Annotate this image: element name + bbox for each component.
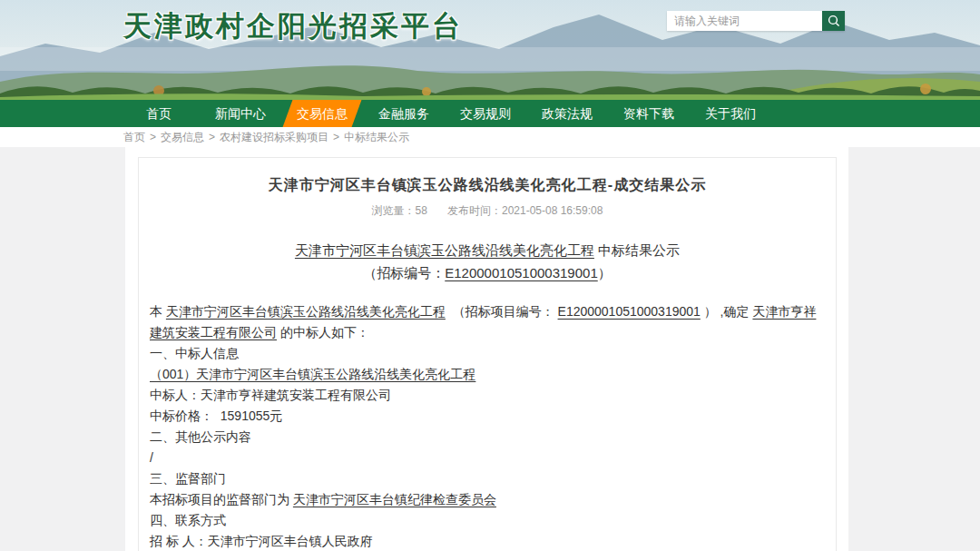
content-panel: 天津市宁河区丰台镇滨玉公路线沿线美化亮化工程-成交结果公示 浏览量：58发布时间… <box>125 147 848 551</box>
breadcrumb-bid-results[interactable]: 中标结果公示 <box>344 130 409 145</box>
article-meta: 浏览量：58发布时间：2021-05-08 16:59:08 <box>150 203 825 219</box>
nav-item-policies[interactable]: 政策法规 <box>526 100 608 127</box>
supervisor-line: 本招标项目的监督部门为 天津市宁河区丰台镇纪律检查委员会 <box>150 489 825 510</box>
winner-line: 中标人：天津市亨祥建筑安装工程有限公司 <box>150 385 825 406</box>
nav-item-finance[interactable]: 金融服务 <box>363 100 445 127</box>
intro-paragraph: 本 天津市宁河区丰台镇滨玉公路线沿线美化亮化工程 （招标项目编号： E12000… <box>150 301 825 343</box>
page-title: 天津市宁河区丰台镇滨玉公路线沿线美化亮化工程-成交结果公示 <box>150 176 825 195</box>
section1-heading: 一、中标人信息 <box>150 343 825 364</box>
breadcrumb-trade-info[interactable]: 交易信息 <box>161 130 204 145</box>
breadcrumb: 首页 > 交易信息 > 农村建设招标采购项目 > 中标结果公示 <box>0 127 980 147</box>
section2-content: / <box>150 448 825 468</box>
banner: 天津政村企阳光招采平台 <box>0 0 980 100</box>
tenderer-line: 招 标 人：天津市宁河区丰台镇人民政府 <box>150 531 825 551</box>
breadcrumb-home[interactable]: 首页 <box>123 130 145 145</box>
section2-heading: 二、其他公示内容 <box>150 427 825 448</box>
views-label: 浏览量： <box>372 204 416 217</box>
price-line: 中标价格： 1591055元 <box>150 406 825 427</box>
search-icon <box>827 14 841 28</box>
search-bar <box>667 11 845 31</box>
article-body: 本 天津市宁河区丰台镇滨玉公路线沿线美化亮化工程 （招标项目编号： E12000… <box>150 301 825 551</box>
announcement-subtitle: 天津市宁河区丰台镇滨玉公路线沿线美化亮化工程 中标结果公示 <box>150 242 825 260</box>
breadcrumb-rural-projects[interactable]: 农村建设招标采购项目 <box>220 130 328 145</box>
nav-item-trade-info-active[interactable]: 交易信息 <box>283 100 362 127</box>
site-title: 天津政村企阳光招采平台 <box>123 7 463 45</box>
publish-time-label: 发布时间： <box>447 204 502 217</box>
search-button[interactable] <box>822 11 845 31</box>
search-input[interactable] <box>667 11 822 31</box>
nav-item-trade-rules[interactable]: 交易规则 <box>445 100 526 127</box>
views-count: 58 <box>416 204 427 217</box>
nav-item-downloads[interactable]: 资料下载 <box>608 100 690 127</box>
project-name: 天津市宁河区丰台镇滨玉公路线沿线美化亮化工程 <box>166 304 446 319</box>
supervisor-name: 天津市宁河区丰台镇纪律检查委员会 <box>293 492 496 507</box>
nav-item-home[interactable]: 首页 <box>118 100 200 127</box>
publish-time: 2021-05-08 16:59:08 <box>502 204 603 217</box>
nav-item-news[interactable]: 新闻中心 <box>200 100 281 127</box>
breadcrumb-separator: > <box>150 131 156 143</box>
breadcrumb-separator: > <box>333 131 339 143</box>
section4-heading: 四、联系方式 <box>150 510 825 531</box>
nav-item-about[interactable]: 关于我们 <box>690 100 771 127</box>
bid-number-line: （招标编号：E1200001051000319001） <box>150 265 825 282</box>
bid-number: E1200001051000319001 <box>445 265 598 280</box>
lot-line: （001）天津市宁河区丰台镇滨玉公路线沿线美化亮化工程 <box>150 364 825 385</box>
main-area: 天津市宁河区丰台镇滨玉公路线沿线美化亮化工程-成交结果公示 浏览量：58发布时间… <box>0 147 980 551</box>
breadcrumb-separator: > <box>209 131 215 143</box>
article-box: 天津市宁河区丰台镇滨玉公路线沿线美化亮化工程-成交结果公示 浏览量：58发布时间… <box>138 157 837 551</box>
main-nav: 首页 新闻中心 交易信息 金融服务 交易规则 政策法规 资料下载 关于我们 <box>0 100 980 127</box>
project-code: E1200001051000319001 <box>558 304 701 319</box>
section3-heading: 三、监督部门 <box>150 468 825 489</box>
